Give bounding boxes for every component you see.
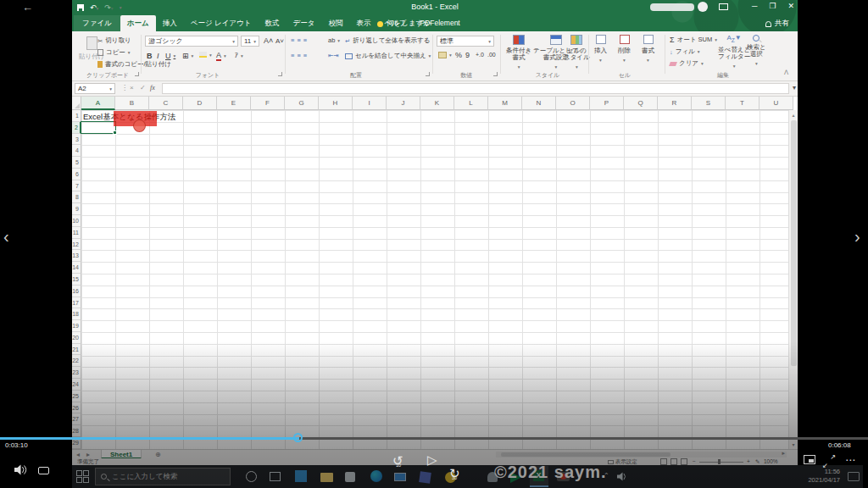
- column-header-M[interactable]: M: [488, 97, 522, 110]
- progress-track[interactable]: [0, 437, 868, 440]
- sort-filter-button[interactable]: AZ▼ 並べ替えと フィルター▾: [718, 35, 750, 69]
- ribbon-tab-ファイル[interactable]: ファイル: [74, 15, 120, 31]
- cut-button[interactable]: ✂切り取り: [97, 36, 131, 45]
- play-button[interactable]: ▷: [427, 452, 437, 468]
- mail-icon[interactable]: [394, 473, 406, 481]
- row-header-14[interactable]: 14: [72, 262, 81, 274]
- row-header-12[interactable]: 12: [72, 239, 81, 251]
- row-header-19[interactable]: 19: [72, 320, 81, 332]
- row-header-24[interactable]: 24: [72, 379, 81, 391]
- ribbon-tab-データ[interactable]: データ: [286, 15, 321, 31]
- tell-me-box[interactable]: 何をしますか: [377, 19, 431, 29]
- fullscreen-toggle-button[interactable]: ↗ ↙: [822, 456, 836, 468]
- cortana-icon[interactable]: [246, 471, 257, 482]
- column-header-N[interactable]: N: [522, 97, 556, 110]
- store-icon[interactable]: [345, 472, 355, 482]
- column-header-Q[interactable]: Q: [624, 97, 658, 110]
- cell-styles-button[interactable]: セルの スタイル▾: [564, 35, 590, 70]
- maximize-button[interactable]: ❐: [769, 2, 776, 10]
- name-box[interactable]: A2▾: [75, 83, 115, 94]
- row-header-28[interactable]: 28: [72, 425, 81, 437]
- font-size-select[interactable]: 11▾: [241, 36, 259, 47]
- confirm-entry-icon[interactable]: ✓: [140, 84, 146, 92]
- phonetic-guide-button[interactable]: ｱ▾: [235, 52, 243, 59]
- orientation-button[interactable]: ab▾: [328, 36, 340, 44]
- captions-button[interactable]: [38, 467, 49, 474]
- row-header-22[interactable]: 22: [72, 355, 81, 367]
- conditional-formatting-button[interactable]: 条件付き 書式▾: [506, 35, 531, 70]
- row-header-9[interactable]: 9: [72, 203, 81, 215]
- minimize-button[interactable]: ─: [752, 2, 757, 10]
- player-next-chevron-icon[interactable]: ›: [854, 227, 860, 247]
- more-options-button[interactable]: ⋯: [845, 454, 855, 466]
- player-back-icon[interactable]: ←: [22, 1, 33, 14]
- row-header-3[interactable]: 3: [72, 134, 81, 146]
- row-header-17[interactable]: 17: [72, 297, 81, 309]
- row-header-16[interactable]: 16: [72, 286, 81, 297]
- cancel-entry-icon[interactable]: ×: [130, 84, 134, 92]
- close-button[interactable]: ✕: [787, 2, 794, 10]
- column-header-O[interactable]: O: [556, 97, 590, 110]
- column-header-R[interactable]: R: [658, 97, 692, 110]
- clipboard-dialog-launcher[interactable]: [135, 72, 139, 76]
- row-header-27[interactable]: 27: [72, 413, 81, 425]
- format-cells-button[interactable]: 書式▾: [642, 35, 654, 63]
- edge-icon[interactable]: [370, 470, 382, 482]
- task-view-icon[interactable]: [270, 472, 281, 481]
- row-header-25[interactable]: 25: [72, 391, 81, 402]
- vertical-scrollbar[interactable]: ▴ ▾: [788, 110, 798, 449]
- row-header-4[interactable]: 4: [72, 145, 81, 157]
- row-header-8[interactable]: 8: [72, 191, 81, 203]
- collapse-ribbon-button[interactable]: ᐱ: [784, 69, 788, 76]
- column-header-D[interactable]: D: [183, 97, 217, 110]
- column-header-A[interactable]: A: [81, 97, 115, 110]
- column-header-S[interactable]: S: [692, 97, 726, 110]
- ribbon-tab-数式[interactable]: 数式: [258, 15, 286, 31]
- shrink-font-button[interactable]: A˅: [275, 37, 284, 45]
- scroll-up-icon[interactable]: ▴: [789, 112, 798, 118]
- row-header-10[interactable]: 10: [72, 215, 81, 227]
- underline-button[interactable]: U▾: [165, 52, 175, 60]
- selected-cell-a2[interactable]: [81, 121, 116, 134]
- wrap-text-button[interactable]: ↵折り返して全体を表示する: [345, 36, 430, 45]
- name-box-splitter[interactable]: ⋮: [121, 84, 128, 92]
- font-color-button[interactable]: A▾: [216, 51, 226, 61]
- row-header-11[interactable]: 11: [72, 227, 81, 239]
- photos-icon[interactable]: [295, 470, 307, 482]
- column-header-G[interactable]: G: [285, 97, 319, 110]
- row-header-21[interactable]: 21: [72, 344, 81, 356]
- row-header-7[interactable]: 7: [72, 180, 81, 192]
- 3d-viewer-icon[interactable]: [419, 471, 431, 484]
- increase-decimal-button[interactable]: +.0: [476, 52, 484, 58]
- ribbon-tab-ページ レイアウト[interactable]: ページ レイアウト: [184, 15, 259, 31]
- ribbon-tab-ホーム[interactable]: ホーム: [120, 15, 156, 31]
- column-header-C[interactable]: C: [149, 97, 183, 110]
- column-header-K[interactable]: K: [420, 97, 454, 110]
- fill-color-button[interactable]: ▾: [199, 52, 212, 58]
- pip-button[interactable]: [804, 455, 815, 464]
- horizontal-align-buttons[interactable]: ≡≡≡: [291, 52, 309, 59]
- currency-button[interactable]: ▾: [438, 52, 452, 58]
- column-header-E[interactable]: E: [217, 97, 251, 110]
- number-dialog-launcher[interactable]: [493, 72, 498, 76]
- column-header-H[interactable]: H: [319, 97, 353, 110]
- column-header-U[interactable]: U: [760, 97, 793, 110]
- column-header-B[interactable]: B: [115, 97, 149, 110]
- spreadsheet-grid[interactable]: 1234567891011121314151617181920212223242…: [72, 110, 788, 449]
- ribbon-tab-挿入[interactable]: 挿入: [156, 15, 184, 31]
- row-header-5[interactable]: 5: [72, 157, 81, 169]
- column-header-P[interactable]: P: [590, 97, 624, 110]
- ribbon-display-options-icon[interactable]: [719, 3, 728, 10]
- ribbon-tab-校閲[interactable]: 校閲: [321, 15, 349, 31]
- italic-button[interactable]: I: [157, 52, 159, 60]
- row-header-15[interactable]: 15: [72, 274, 81, 286]
- decrease-decimal-button[interactable]: .00: [487, 52, 496, 58]
- borders-button[interactable]: ⊞▾: [182, 52, 193, 60]
- progress-handle[interactable]: [293, 433, 303, 442]
- column-header-J[interactable]: J: [387, 97, 420, 110]
- row-header-13[interactable]: 13: [72, 250, 81, 262]
- row-header-23[interactable]: 23: [72, 367, 81, 379]
- column-header-L[interactable]: L: [454, 97, 488, 110]
- font-dialog-launcher[interactable]: [278, 72, 282, 76]
- ribbon-tab-表示[interactable]: 表示: [349, 15, 377, 31]
